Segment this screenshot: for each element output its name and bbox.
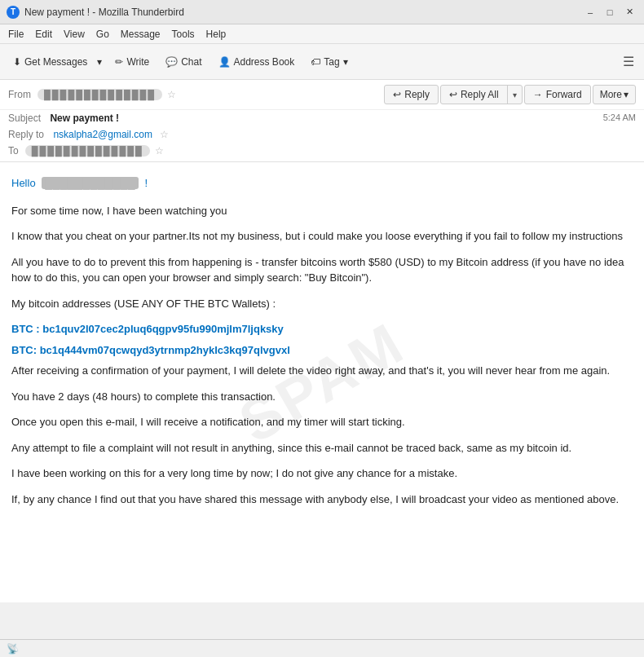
more-label: More [600, 89, 622, 100]
menu-tools[interactable]: Tools [167, 27, 200, 42]
email-header: From ██████████████ ☆ ↩ Reply ↩ Reply Al… [0, 80, 644, 162]
from-row: From ██████████████ ☆ [8, 89, 384, 100]
reply-all-label: Reply All [461, 89, 499, 100]
greeting-text: Hello [11, 177, 36, 189]
close-button[interactable]: ✕ [621, 4, 637, 20]
address-book-button[interactable]: 👤 Address Book [212, 53, 302, 71]
greeting-paragraph: Hello ████████████ ! [11, 175, 633, 192]
reply-all-button-group: ↩ Reply All ▾ [440, 85, 523, 104]
reply-all-icon: ↩ [449, 89, 457, 100]
btc-address-1: BTC : bc1quv2l07cec2pluq6qgpv95fu990mjlm… [11, 321, 633, 337]
body-para5: After receiving a confirmation of your p… [11, 363, 633, 379]
tag-button[interactable]: 🏷 Tag ▾ [304, 53, 354, 71]
menu-file[interactable]: File [3, 27, 29, 42]
dropdown-arrow-icon: ▾ [97, 56, 102, 68]
menu-view[interactable]: View [59, 27, 90, 42]
chat-button[interactable]: 💬 Chat [159, 53, 208, 71]
body-para9: I have been working on this for a very l… [11, 465, 633, 482]
write-icon: ✏ [115, 56, 123, 68]
body-para3: All you have to do to prevent this from … [11, 254, 633, 286]
forward-label: Forward [546, 89, 582, 100]
body-para8: Any attempt to file a complaint will not… [11, 440, 633, 456]
email-actions-bar: From ██████████████ ☆ ↩ Reply ↩ Reply Al… [0, 80, 644, 110]
replyto-star-icon[interactable]: ☆ [160, 129, 169, 140]
to-star-icon[interactable]: ☆ [155, 145, 164, 157]
body-para1: For some time now, I have been watching … [11, 203, 633, 219]
chat-icon: 💬 [165, 56, 178, 68]
address-book-icon: 👤 [218, 56, 231, 68]
menu-go[interactable]: Go [91, 27, 114, 42]
more-button[interactable]: More ▾ [593, 85, 636, 104]
body-para4: My bitcoin addresses (USE ANY OF THE BTC… [11, 296, 633, 312]
address-book-label: Address Book [234, 56, 295, 68]
get-messages-button[interactable]: ⬇ Get Messages [7, 53, 94, 71]
body-para6: You have 2 days (48 hours) to complete t… [11, 389, 633, 405]
tag-dropdown-icon: ▾ [343, 56, 348, 68]
menu-message[interactable]: Message [116, 27, 165, 42]
menu-edit[interactable]: Edit [30, 27, 57, 42]
window-title: New payment ! - Mozilla Thunderbird [24, 7, 184, 18]
status-bar: 📡 [0, 639, 644, 657]
action-buttons: ↩ Reply ↩ Reply All ▾ → Forward More ▾ [384, 85, 636, 104]
hamburger-menu-icon[interactable]: ☰ [620, 51, 637, 73]
more-arrow-icon: ▾ [624, 89, 629, 100]
window-controls: – □ ✕ [582, 4, 637, 20]
tag-label: Tag [324, 56, 339, 68]
subject-label: Subject [8, 112, 41, 124]
email-body: SPAM Hello ████████████ ! For some time … [0, 162, 644, 602]
tag-icon: 🏷 [311, 56, 320, 68]
body-para2: I know that you cheat on your partner.It… [11, 228, 633, 245]
maximize-button[interactable]: □ [602, 4, 618, 20]
btc-address-2: BTC: bc1q444vm07qcwqyd3ytrnmp2hyklc3kq97… [11, 342, 633, 359]
get-messages-icon: ⬇ [13, 56, 21, 68]
reply-icon: ↩ [393, 89, 401, 100]
forward-button[interactable]: → Forward [524, 85, 591, 104]
status-icon: 📡 [7, 643, 19, 655]
body-para7: Once you open this e-mail, I will receiv… [11, 414, 633, 430]
toolbar: ⬇ Get Messages ▾ ✏ Write 💬 Chat 👤 Addres… [0, 44, 644, 80]
greeting-end: ! [144, 177, 148, 189]
body-para10: If, by any chance I find out that you ha… [11, 492, 633, 508]
write-label: Write [126, 56, 149, 68]
email-body-content: Hello ████████████ ! For some time now, … [11, 175, 633, 507]
replyto-value: nskalpha2@gmail.com [53, 129, 152, 140]
get-messages-dropdown[interactable]: ▾ [94, 53, 105, 71]
from-star-icon[interactable]: ☆ [167, 89, 176, 100]
from-label: From [8, 89, 31, 100]
reply-all-button[interactable]: ↩ Reply All [441, 86, 508, 104]
forward-icon: → [533, 89, 543, 100]
subject-row: Subject New payment ! 5:24 AM [0, 110, 644, 126]
replyto-row: Reply to nskalpha2@gmail.com ☆ [0, 126, 644, 143]
to-value: ██████████████ [25, 145, 150, 157]
reply-button[interactable]: ↩ Reply [384, 85, 439, 104]
greeting-name: ████████████ [42, 177, 139, 189]
to-row: To ██████████████ ☆ [0, 143, 644, 161]
menu-help[interactable]: Help [201, 27, 232, 42]
reply-label: Reply [404, 89, 430, 100]
menu-bar: File Edit View Go Message Tools Help [0, 24, 644, 44]
get-messages-label: Get Messages [24, 56, 87, 68]
title-bar: T New payment ! - Mozilla Thunderbird – … [0, 0, 644, 24]
from-value: ██████████████ [37, 89, 162, 100]
subject-value: New payment ! [50, 112, 119, 124]
reply-all-dropdown[interactable]: ▾ [508, 87, 522, 103]
minimize-button[interactable]: – [582, 4, 598, 20]
chat-label: Chat [181, 56, 201, 68]
replyto-label: Reply to [8, 129, 44, 140]
time-value: 5:24 AM [603, 112, 636, 122]
get-messages-btn-group: ⬇ Get Messages ▾ [7, 53, 105, 71]
to-label: To [8, 145, 19, 157]
app-icon: T [7, 6, 20, 19]
write-button[interactable]: ✏ Write [108, 53, 156, 71]
